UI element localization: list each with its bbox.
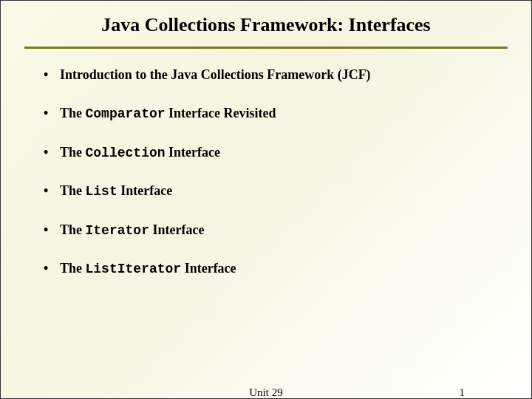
bullet-code: ListIterator [86,262,182,276]
list-item: The ListIterator Interface [44,260,502,278]
title-divider [24,47,508,49]
bullet-text-post: Interface [181,261,236,276]
bullet-text-pre: Introduction to the Java Collections Fra… [60,67,371,82]
bullet-text-pre: The [60,261,86,276]
bullet-text-pre: The [60,145,86,160]
bullet-list: Introduction to the Java Collections Fra… [30,66,502,278]
list-item: The Iterator Interface [44,222,502,239]
bullet-text-pre: The [60,183,86,198]
list-item: The Collection Interface [44,144,502,162]
bullet-text-pre: The [60,222,86,237]
bullet-text-pre: The [60,106,86,120]
bullet-text-post: Interface [166,145,220,160]
bullet-text-post: Interface [117,183,172,198]
page-title: Java Collections Framework: Interfaces [30,14,502,36]
bullet-text-post: Interface Revisited [166,106,276,120]
slide: Java Collections Framework: Interfaces I… [1,1,531,398]
footer-unit: Unit 29 [249,386,282,399]
bullet-text-post: Interface [149,222,204,237]
footer-page-number: 1 [460,386,466,399]
bullet-code: Collection [86,146,166,160]
bullet-code: Comparator [86,106,166,121]
list-item: Introduction to the Java Collections Fra… [44,66,502,84]
bullet-code: Iterator [86,223,149,238]
list-item: The Comparator Interface Revisited [44,105,502,123]
bullet-code: List [86,184,117,199]
list-item: The List Interface [44,183,502,200]
